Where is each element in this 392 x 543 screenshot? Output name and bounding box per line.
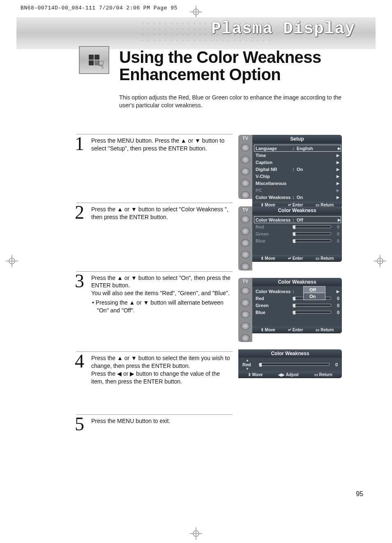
step-3: 3 Press the ▲ or ▼ button to select "On"… — [76, 271, 233, 314]
menu-row[interactable]: V-Chip▶ — [256, 173, 339, 180]
menu-label: Caption — [256, 160, 293, 165]
chevron-right-icon: ▶ — [338, 218, 341, 222]
menu-row[interactable]: Time▶ — [256, 152, 339, 159]
slider-track[interactable] — [293, 232, 331, 235]
sidebar-icon — [241, 191, 250, 199]
menu-row[interactable]: PC▶ — [256, 187, 339, 194]
slider-value: 0 — [333, 296, 339, 301]
tv-label: TV — [242, 207, 248, 212]
menu-row[interactable]: Digital NR:On▶ — [256, 166, 339, 173]
slider-track[interactable] — [259, 363, 330, 366]
sidebar-icon — [241, 322, 250, 330]
slider-value: 0 — [333, 310, 339, 315]
intro-text: This option adjusts the Red, Blue or Gre… — [119, 94, 349, 109]
menu-row[interactable]: Red0 — [256, 223, 339, 230]
registration-mark-top — [190, 6, 202, 18]
osd-sidebar: TV — [238, 278, 252, 342]
step-1: 1 Press the MENU button. Press the ▲ or … — [76, 134, 233, 153]
slider-value: 0 — [333, 224, 339, 229]
slider-thumb[interactable] — [293, 239, 295, 243]
osd-sidebar: TV — [238, 206, 252, 270]
slider-value: 0 — [331, 362, 338, 367]
step-text: Press the MENU button. Press the ▲ or ▼ … — [91, 137, 233, 153]
menu-label: Blue — [256, 310, 293, 315]
osd-title: Setup — [252, 135, 342, 143]
menu-label: Red — [256, 224, 293, 229]
slider-track[interactable] — [293, 225, 331, 228]
steps-list: 1 Press the MENU button. Press the ▲ or … — [76, 134, 233, 432]
slider-track[interactable] — [293, 311, 331, 314]
sidebar-icon — [241, 239, 250, 247]
adjust-label: Red — [242, 362, 251, 367]
section-icon: ☟ — [79, 46, 109, 74]
step-number: 3 — [75, 272, 84, 291]
osd-setup-menu: TV Setup Language:English▶Time▶Caption▶D… — [238, 135, 342, 199]
sidebar-icon — [241, 168, 250, 176]
menu-label: Time — [256, 153, 293, 158]
menu-row[interactable]: Color Weakness:Off▶ — [254, 216, 341, 223]
osd-adjust-bar: Color Weakness ▲ Red ▼ 0 ⇕ Move ◀▶ Adjus… — [238, 349, 342, 378]
step-text: Press the MENU button to exit. — [91, 417, 233, 425]
menu-row[interactable]: Green0 — [256, 230, 339, 237]
slider-thumb[interactable] — [293, 297, 295, 300]
menu-row[interactable]: Color Weakness:On▶ — [256, 194, 339, 201]
slider-thumb[interactable] — [293, 304, 295, 307]
menu-label: Color Weakness — [256, 195, 293, 200]
menu-row[interactable]: Color Weakness:▶ — [256, 288, 339, 295]
step-number: 2 — [75, 203, 84, 222]
slider-thumb[interactable] — [293, 311, 295, 314]
off-on-dropdown[interactable]: Off On — [303, 286, 325, 300]
sidebar-icon — [241, 263, 250, 270]
menu-label: Color Weakness — [256, 289, 293, 294]
tv-label: TV — [242, 136, 248, 141]
sidebar-icon — [241, 334, 250, 342]
step-2: 2 Press the ▲ or ▼ button to select "Col… — [76, 203, 233, 221]
registration-mark-right — [374, 255, 386, 267]
step-4: 4 Press the ▲ or ▼ button to select the … — [76, 351, 233, 386]
menu-value: On — [297, 195, 339, 200]
step-text: Press the ▲ or ▼ button to select "On", … — [91, 274, 233, 314]
slider-track[interactable] — [293, 304, 331, 307]
hand-icon: ☟ — [98, 59, 104, 72]
menu-label: Green — [256, 231, 293, 236]
step-number: 4 — [75, 352, 84, 371]
menu-value: English — [297, 146, 339, 151]
osd-title: Color Weakness — [252, 206, 342, 215]
sidebar-icon — [241, 156, 250, 164]
step-text: Press the ▲ or ▼ button to select "Color… — [91, 206, 233, 221]
osd-footer: ⇕ Move ◀▶ Adjust ▭ Return — [238, 371, 342, 378]
osd-sidebar: TV — [238, 135, 252, 199]
slider-thumb[interactable] — [259, 363, 262, 367]
menu-row[interactable]: Miscellaneous▶ — [256, 180, 339, 187]
dropdown-option-on[interactable]: On — [303, 293, 325, 300]
chevron-right-icon: ▶ — [337, 181, 339, 185]
osd-color-weakness-dropdown: TV Color Weakness Color Weakness:▶Red0Gr… — [238, 278, 342, 342]
chevron-right-icon: ▶ — [338, 146, 341, 150]
print-header: BN68-00714D-00_084-111 7/20/04 2:06 PM P… — [21, 5, 178, 11]
dropdown-option-off[interactable]: Off — [304, 287, 325, 293]
sidebar-icon — [241, 287, 250, 295]
menu-value: Off — [297, 217, 339, 222]
menu-row[interactable]: Caption▶ — [256, 159, 339, 166]
osd-title: Color Weakness — [252, 278, 342, 286]
step-5: 5 Press the MENU button to exit. — [76, 414, 233, 427]
menu-row[interactable]: Red0 — [256, 295, 339, 302]
menu-label: Blue — [256, 238, 293, 243]
document-title: Plasma Display — [211, 20, 355, 38]
down-arrow-icon: ▼ — [246, 367, 249, 371]
menu-row[interactable]: Blue0 — [256, 309, 339, 316]
up-arrow-icon: ▲ — [246, 358, 249, 362]
menu-row[interactable]: Green0 — [256, 302, 339, 309]
menu-label: Green — [256, 303, 293, 308]
menu-row[interactable]: Blue0 — [256, 237, 339, 244]
slider-track[interactable] — [293, 239, 331, 242]
slider-thumb[interactable] — [293, 232, 295, 236]
menu-row[interactable]: Language:English▶ — [254, 145, 341, 152]
osd-title: Color Weakness — [238, 349, 342, 358]
sidebar-icon — [241, 215, 250, 223]
chevron-right-icon: ▶ — [337, 160, 339, 164]
registration-mark-left — [6, 255, 18, 267]
sidebar-icon — [241, 227, 250, 235]
slider-thumb[interactable] — [293, 225, 295, 229]
slider-value: 0 — [333, 303, 339, 308]
